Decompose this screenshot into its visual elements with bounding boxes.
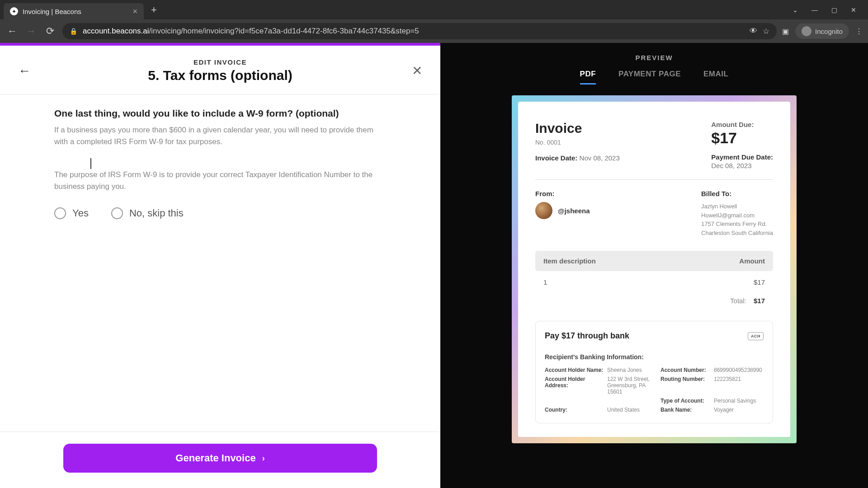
- bank-header: Pay $17 through bank ACH: [545, 331, 764, 341]
- radio-yes[interactable]: Yes: [54, 207, 89, 219]
- col-amount: Amount: [739, 257, 765, 265]
- items-total: Total: $17: [535, 293, 773, 308]
- tab-bar: ✦ Invoicing | Beacons × + ⌄ ― ▢ ✕: [0, 0, 868, 19]
- menu-icon[interactable]: ⋮: [855, 27, 863, 36]
- helper-text-1: If a business pays you more than $600 in…: [54, 124, 386, 147]
- acct-holder-name-val: Sheena Jones: [607, 367, 657, 373]
- question-heading: One last thing, would you like to includ…: [54, 108, 386, 119]
- back-arrow-icon[interactable]: ←: [18, 64, 31, 78]
- eye-off-icon[interactable]: 👁: [750, 27, 757, 36]
- incognito-badge[interactable]: Incognito: [795, 23, 849, 39]
- generate-invoice-button[interactable]: Generate Invoice ›: [63, 444, 377, 473]
- preview-label: PREVIEW: [635, 54, 673, 61]
- invoice-right-head: Amount Due: $17 Payment Due Date: Dec 08…: [711, 121, 773, 169]
- bank-title: Pay $17 through bank: [545, 331, 629, 341]
- from-row: @jsheena: [535, 202, 590, 219]
- back-icon[interactable]: ←: [5, 25, 19, 37]
- bookmark-icon[interactable]: ☆: [763, 27, 769, 36]
- footer: Generate Invoice ›: [0, 432, 440, 488]
- acct-holder-name-lbl: Account Holder Name:: [545, 367, 604, 373]
- divider: [535, 179, 773, 180]
- browser-tab[interactable]: ✦ Invoicing | Beacons ×: [4, 3, 144, 19]
- from-block: From: @jsheena: [535, 190, 590, 237]
- tab-dropdown-icon[interactable]: ⌄: [789, 5, 802, 15]
- step-title: 5. Tax forms (optional): [14, 68, 427, 83]
- invoice-date: Invoice Date: Nov 08, 2023: [535, 154, 620, 162]
- routing-lbl: Routing Number:: [660, 376, 710, 395]
- bank-grid: Account Holder Name: Sheena Jones Accoun…: [545, 367, 764, 413]
- col-description: Item description: [543, 257, 596, 265]
- billed-addr1: 1757 Clements Ferry Rd.: [701, 220, 773, 229]
- table-row: 1 $17: [535, 271, 773, 293]
- country-val: United States: [607, 407, 657, 413]
- cta-label: Generate Invoice: [175, 452, 255, 464]
- preview-tabs: PDF PAYMENT PAGE EMAIL: [580, 70, 729, 84]
- invoice-document: Invoice No. 0001 Invoice Date: Nov 08, 2…: [518, 102, 790, 437]
- billed-name: Jazlyn Howell: [701, 202, 773, 211]
- form-body: One last thing, would you like to includ…: [0, 94, 440, 432]
- incognito-icon: [802, 26, 811, 36]
- items-table: Item description Amount 1 $17 Total: $17: [535, 251, 773, 308]
- app-content: ← EDIT INVOICE 5. Tax forms (optional) ✕…: [0, 43, 868, 488]
- blank2: [607, 398, 657, 404]
- extensions-icon[interactable]: ▣: [782, 27, 789, 36]
- maximize-icon[interactable]: ▢: [828, 5, 841, 15]
- radio-yes-label: Yes: [72, 207, 89, 219]
- blank1: [545, 398, 604, 404]
- incognito-label: Incognito: [815, 28, 843, 35]
- new-tab-button[interactable]: +: [147, 4, 160, 16]
- acct-number-lbl: Account Number:: [660, 367, 710, 373]
- tab-close-icon[interactable]: ×: [132, 7, 137, 16]
- acct-holder-addr-val: 122 W 3rd Street, Greensburg, PA 15601: [607, 376, 657, 395]
- billed-label: Billed To:: [701, 190, 773, 197]
- tab-pdf[interactable]: PDF: [580, 70, 596, 84]
- avatar: [535, 202, 552, 219]
- text-cursor-icon: [90, 158, 91, 169]
- acct-number-val: 8699900495238990: [714, 367, 773, 373]
- eyebrow: EDIT INVOICE: [14, 58, 427, 66]
- from-handle: @jsheena: [558, 207, 590, 215]
- payment-due-value: Dec 08, 2023: [711, 162, 773, 169]
- helper-text-2: The purpose of IRS Form W-9 is to provid…: [54, 169, 386, 192]
- panel-header: ← EDIT INVOICE 5. Tax forms (optional) ✕: [0, 46, 440, 94]
- tab-title: Invoicing | Beacons: [23, 8, 128, 15]
- url-text: account.beacons.ai/invoicing/home/invoic…: [83, 27, 744, 36]
- address-bar: ← → ⟳ 🔒 account.beacons.ai/invoicing/hom…: [0, 19, 868, 43]
- amount-due-value: $17: [711, 129, 773, 147]
- radio-group: Yes No, skip this: [54, 207, 386, 219]
- edit-panel: ← EDIT INVOICE 5. Tax forms (optional) ✕…: [0, 43, 440, 488]
- close-icon[interactable]: ✕: [412, 63, 422, 78]
- ach-badge: ACH: [748, 332, 764, 340]
- reload-icon[interactable]: ⟳: [43, 25, 57, 37]
- invoice-frame: Invoice No. 0001 Invoice Date: Nov 08, 2…: [512, 95, 797, 443]
- tab-email[interactable]: EMAIL: [703, 70, 728, 84]
- type-acct-val: Personal Savings: [714, 398, 773, 404]
- total-value: $17: [754, 297, 765, 305]
- invoice-number: No. 0001: [535, 139, 620, 146]
- bank-name-lbl: Bank Name:: [660, 407, 710, 413]
- chevron-right-icon: ›: [262, 454, 265, 463]
- from-label: From:: [535, 190, 590, 197]
- row-description: 1: [543, 278, 547, 286]
- favicon-icon: ✦: [10, 7, 18, 15]
- bank-subtitle: Recipient's Banking Information:: [545, 353, 764, 361]
- billed-block: Billed To: Jazlyn Howell HowellJ@gmail.c…: [701, 190, 773, 237]
- radio-no-label: No, skip this: [129, 207, 184, 219]
- preview-panel: PREVIEW PDF PAYMENT PAGE EMAIL Invoice N…: [440, 43, 868, 488]
- radio-no[interactable]: No, skip this: [111, 207, 184, 219]
- invoice-title: Invoice: [535, 121, 620, 136]
- items-header: Item description Amount: [535, 251, 773, 271]
- close-window-icon[interactable]: ✕: [847, 5, 860, 15]
- radio-icon: [111, 207, 123, 219]
- url-bar[interactable]: 🔒 account.beacons.ai/invoicing/home/invo…: [62, 23, 777, 39]
- billed-email: HowellJ@gmail.com: [701, 211, 773, 220]
- bank-section: Pay $17 through bank ACH Recipient's Ban…: [535, 321, 773, 423]
- routing-val: 122235821: [714, 376, 773, 395]
- forward-icon: →: [24, 25, 38, 37]
- amount-due-label: Amount Due:: [711, 121, 773, 128]
- total-label: Total:: [730, 297, 746, 305]
- browser-chrome: ✦ Invoicing | Beacons × + ⌄ ― ▢ ✕ ← → ⟳ …: [0, 0, 868, 43]
- tab-payment-page[interactable]: PAYMENT PAGE: [618, 70, 681, 84]
- minimize-icon[interactable]: ―: [808, 5, 821, 15]
- radio-icon: [54, 207, 66, 219]
